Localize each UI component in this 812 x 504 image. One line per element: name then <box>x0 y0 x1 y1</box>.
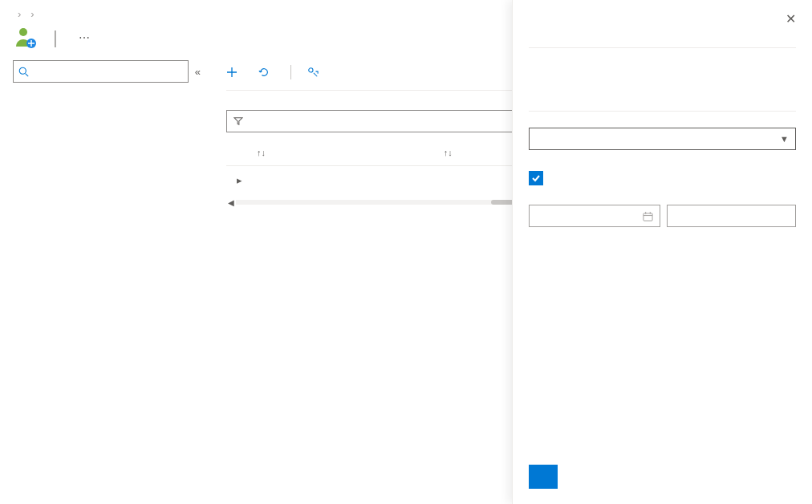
refresh-button[interactable] <box>258 67 274 78</box>
svg-point-4 <box>309 67 313 71</box>
plus-icon <box>226 67 238 78</box>
chevron-down-icon: ▼ <box>780 134 789 144</box>
chevron-right-icon: › <box>30 8 34 20</box>
filter-icon <box>233 116 243 126</box>
sort-icon: ↑↓ <box>444 148 453 157</box>
svg-rect-5 <box>644 213 652 220</box>
svg-point-2 <box>19 67 26 74</box>
feedback-button[interactable] <box>307 67 323 78</box>
svg-point-0 <box>19 28 27 36</box>
assignment-type-select[interactable]: ▼ <box>529 128 796 150</box>
chevron-right-icon: › <box>18 8 21 20</box>
close-panel-button[interactable]: ✕ <box>786 11 796 26</box>
expand-row-button[interactable]: ▸ <box>226 174 252 186</box>
toolbar-separator <box>290 65 291 79</box>
collapse-sidebar-button[interactable]: « <box>195 66 201 78</box>
sidebar-search-input[interactable] <box>29 66 183 78</box>
calendar-icon <box>643 211 653 222</box>
sort-icon: ↑↓ <box>257 148 266 157</box>
membership-settings-panel: ✕ ▼ <box>512 0 812 504</box>
add-assignments-button[interactable] <box>226 67 242 78</box>
checkbox-checked-icon <box>529 171 543 185</box>
sidebar: « <box>0 57 207 504</box>
scroll-left-icon[interactable]: ◀ <box>226 198 236 207</box>
refresh-icon <box>258 67 270 78</box>
page-title: | <box>48 27 63 48</box>
sidebar-search[interactable] <box>13 60 189 83</box>
assignment-ends-time-input[interactable] <box>667 205 796 227</box>
user-avatar-icon <box>13 25 39 51</box>
col-scope[interactable]: ↑↓ <box>252 148 439 157</box>
search-icon <box>18 67 29 77</box>
save-button[interactable] <box>529 465 558 489</box>
feedback-icon <box>307 67 319 78</box>
assignment-ends-date-input[interactable] <box>529 205 660 227</box>
svg-line-3 <box>26 73 29 76</box>
permanently-eligible-checkbox[interactable] <box>529 171 796 185</box>
more-actions-button[interactable]: ⋯ <box>79 31 91 44</box>
